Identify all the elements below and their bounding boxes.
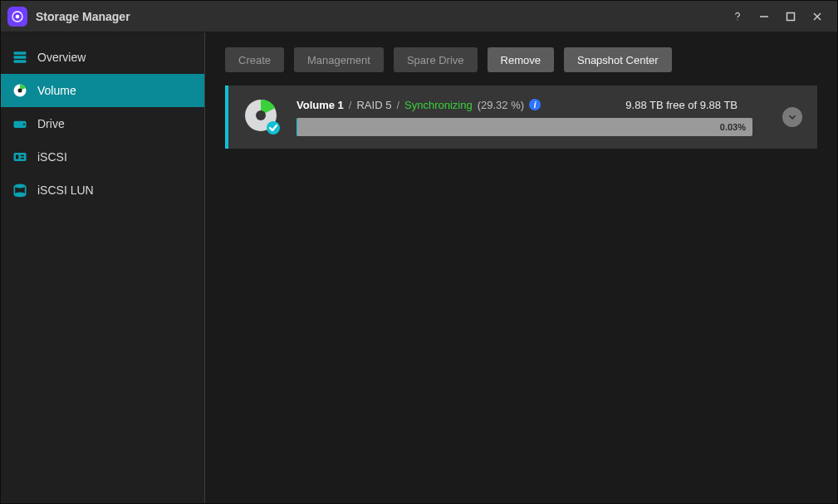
sidebar-item-iscsi[interactable]: iSCSI bbox=[1, 140, 204, 174]
svg-rect-17 bbox=[21, 158, 24, 159]
sidebar-item-overview[interactable]: Overview bbox=[1, 41, 204, 74]
svg-point-19 bbox=[14, 193, 25, 197]
titlebar: Storage Manager bbox=[1, 1, 837, 32]
svg-point-2 bbox=[737, 19, 738, 20]
svg-point-1 bbox=[16, 14, 20, 18]
window-title: Storage Manager bbox=[36, 10, 130, 23]
svg-rect-9 bbox=[14, 60, 27, 62]
help-button[interactable] bbox=[724, 3, 751, 30]
svg-rect-16 bbox=[21, 155, 24, 157]
stack-icon bbox=[11, 48, 29, 66]
svg-point-21 bbox=[256, 110, 266, 120]
sidebar-item-iscsi-lun[interactable]: iSCSI LUN bbox=[1, 174, 204, 207]
volume-usage-bar: 0.03% bbox=[296, 118, 752, 136]
sidebar-item-label: Overview bbox=[37, 51, 86, 64]
volume-name: Volume 1 bbox=[296, 99, 344, 111]
volume-free-text: 9.88 TB free of 9.88 TB bbox=[625, 99, 738, 111]
volume-sync-percent: (29.32 %) bbox=[478, 99, 524, 111]
sidebar-item-label: iSCSI bbox=[37, 150, 67, 164]
maximize-button[interactable] bbox=[777, 3, 804, 30]
sidebar-item-volume[interactable]: Volume bbox=[1, 74, 204, 107]
info-icon[interactable]: i bbox=[529, 99, 541, 110]
svg-rect-7 bbox=[14, 51, 27, 54]
volume-usage-fill bbox=[296, 118, 297, 136]
svg-rect-8 bbox=[14, 56, 27, 58]
lun-icon bbox=[11, 181, 29, 199]
volume-status: Synchronizing bbox=[404, 99, 473, 111]
storage-manager-window: Storage Manager Overview bbox=[0, 0, 838, 504]
sidebar-item-label: Drive bbox=[37, 117, 65, 130]
svg-rect-14 bbox=[14, 153, 27, 161]
drive-icon bbox=[11, 115, 29, 133]
volume-raid: RAID 5 bbox=[356, 99, 391, 111]
svg-point-11 bbox=[18, 89, 22, 93]
sidebar: Overview Volume Drive iSCSI bbox=[1, 32, 205, 503]
main-panel: Create Management Spare Drive Remove Sna… bbox=[205, 32, 837, 503]
svg-point-18 bbox=[14, 184, 25, 188]
svg-rect-15 bbox=[16, 155, 18, 159]
snapshot-center-button[interactable]: Snapshot Center bbox=[564, 47, 672, 72]
iscsi-icon bbox=[11, 148, 29, 166]
svg-point-13 bbox=[23, 124, 25, 125]
sidebar-item-drive[interactable]: Drive bbox=[1, 107, 204, 140]
volume-header-row: Volume 1 / RAID 5 / Synchronizing (29.32… bbox=[296, 99, 752, 111]
sidebar-item-label: Volume bbox=[37, 84, 76, 97]
remove-button[interactable]: Remove bbox=[488, 47, 554, 72]
volume-card[interactable]: Volume 1 / RAID 5 / Synchronizing (29.32… bbox=[225, 86, 817, 149]
toolbar: Create Management Spare Drive Remove Sna… bbox=[225, 47, 817, 72]
create-button: Create bbox=[225, 47, 284, 72]
management-button: Management bbox=[294, 47, 384, 72]
close-button[interactable] bbox=[804, 3, 831, 30]
volume-usage-label: 0.03% bbox=[720, 122, 746, 132]
volume-icon bbox=[11, 81, 29, 100]
volume-status-icon bbox=[243, 98, 282, 136]
expand-toggle[interactable] bbox=[782, 107, 802, 127]
minimize-button[interactable] bbox=[751, 3, 777, 30]
svg-rect-4 bbox=[787, 12, 795, 20]
app-icon bbox=[7, 7, 27, 27]
spare-drive-button: Spare Drive bbox=[394, 47, 478, 72]
sidebar-item-label: iSCSI LUN bbox=[37, 183, 94, 197]
